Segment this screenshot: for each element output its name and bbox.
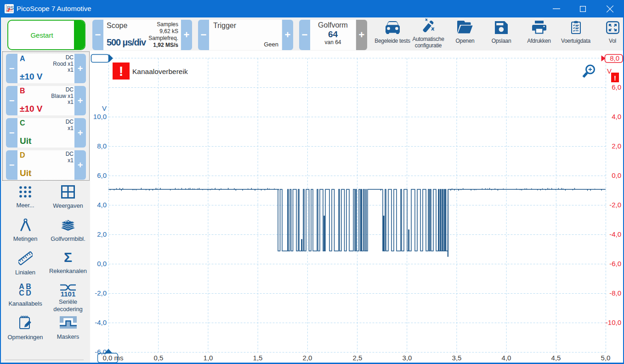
svg-text:-2,0: -2,0 xyxy=(609,201,621,209)
svg-text:0,0: 0,0 xyxy=(612,171,621,179)
svg-text:2,0: 2,0 xyxy=(612,142,621,150)
svg-text:-10,0: -10,0 xyxy=(606,318,621,326)
svg-text:-6,0: -6,0 xyxy=(609,260,621,267)
svg-text:3,5: 3,5 xyxy=(452,354,462,362)
svg-text:2,5: 2,5 xyxy=(353,354,363,362)
svg-text:-4,0: -4,0 xyxy=(609,230,621,238)
svg-text:4,0: 4,0 xyxy=(502,354,511,362)
svg-text:6,0: 6,0 xyxy=(612,83,621,91)
svg-text:-2,0: -2,0 xyxy=(95,289,107,297)
svg-text:4,0: 4,0 xyxy=(612,113,621,120)
svg-text:2,0: 2,0 xyxy=(303,354,312,362)
svg-text:-4,0: -4,0 xyxy=(95,318,107,326)
svg-text:4,5: 4,5 xyxy=(551,354,561,362)
svg-text:0,5: 0,5 xyxy=(154,354,164,362)
svg-text:0,0 ms: 0,0 ms xyxy=(102,354,123,362)
svg-text:!: ! xyxy=(614,74,616,82)
svg-text:3,0: 3,0 xyxy=(403,354,412,362)
svg-text:!: ! xyxy=(119,64,124,79)
svg-text:8,0: 8,0 xyxy=(97,142,107,150)
svg-text:1,5: 1,5 xyxy=(253,354,263,362)
svg-text:10,0: 10,0 xyxy=(93,113,107,120)
svg-text:-8,0: -8,0 xyxy=(609,289,621,297)
svg-text:6,0: 6,0 xyxy=(97,171,107,179)
svg-text:V: V xyxy=(607,67,612,75)
svg-text:0,0: 0,0 xyxy=(97,260,107,267)
svg-text:2,0: 2,0 xyxy=(97,230,107,238)
svg-text:PS: PS xyxy=(7,5,14,11)
svg-text:8,0: 8,0 xyxy=(610,54,619,62)
svg-text:5,0: 5,0 xyxy=(601,354,611,362)
svg-text:Kanaaloverbereik: Kanaaloverbereik xyxy=(132,68,188,75)
svg-text:V: V xyxy=(102,104,107,112)
svg-text:1,0: 1,0 xyxy=(204,354,213,362)
svg-text:4,0: 4,0 xyxy=(97,201,107,209)
